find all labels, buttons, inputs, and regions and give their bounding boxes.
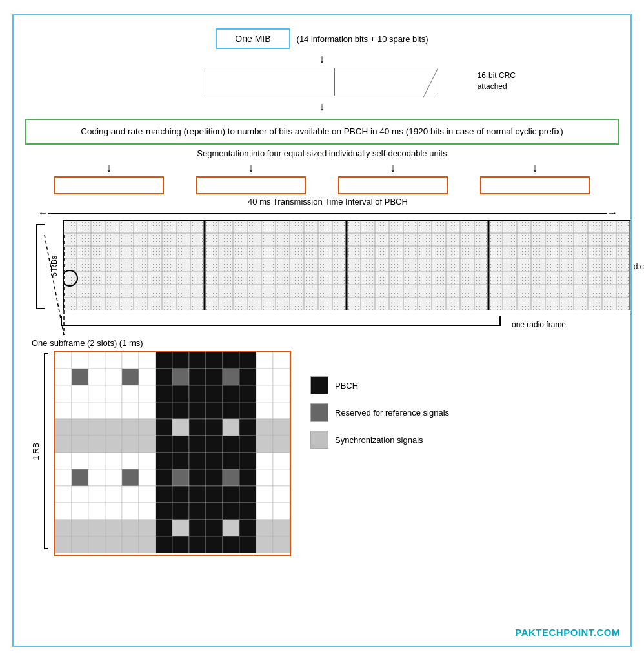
seg-orange-4 bbox=[480, 176, 590, 194]
dc-label: d.c. bbox=[634, 262, 644, 271]
tti-section: 40 ms Transmission Time Interval of PBCH… bbox=[37, 197, 619, 219]
seg-box-4: ↓ bbox=[480, 161, 590, 194]
arrow-mib-crc: ↓ bbox=[25, 53, 619, 65]
seg-orange-2 bbox=[196, 176, 306, 194]
crc-box-left bbox=[206, 68, 335, 96]
legend-item-reference: Reserved for reference signals bbox=[310, 403, 449, 422]
seg-arrow-1: ↓ bbox=[106, 162, 112, 174]
segmentation-text: Segmentation into four equal-sized indiv… bbox=[25, 148, 619, 158]
mib-box: One MIB bbox=[216, 28, 290, 49]
main-grid-wrapper: d.c. bbox=[63, 220, 630, 312]
one-rb-brace-svg bbox=[42, 351, 51, 552]
mib-label: One MIB bbox=[235, 34, 270, 44]
radio-frame-section: one radio frame bbox=[55, 314, 619, 333]
legend: PBCH Reserved for reference signals Sync… bbox=[310, 376, 449, 449]
legend-label-sync: Synchronization signals bbox=[335, 435, 423, 445]
diagram-container: One MIB (14 information bits + 10 spare … bbox=[12, 14, 632, 647]
main-grid-canvas bbox=[63, 220, 630, 310]
six-rbs-label: 6 RBs bbox=[50, 256, 59, 277]
watermark: PAKTECHPOINT.COM bbox=[515, 627, 620, 638]
seg-box-3: ↓ bbox=[338, 161, 448, 194]
tti-label: 40 ms Transmission Time Interval of PBCH bbox=[248, 197, 408, 207]
seg-arrow-3: ↓ bbox=[390, 162, 396, 174]
crc-label: 16-bit CRC attached bbox=[478, 70, 516, 92]
subframe-label: One subframe (2 slots) (1 ms) bbox=[32, 338, 619, 348]
seg-arrow-2: ↓ bbox=[248, 162, 254, 174]
seg-orange-3 bbox=[338, 176, 448, 194]
six-rbs-brace-svg bbox=[32, 221, 50, 312]
main-grid-section: 6 RBs d.c. bbox=[32, 220, 619, 312]
one-rb-brace: 1 RB bbox=[32, 351, 51, 552]
zoom-grid-container bbox=[54, 351, 291, 556]
arrow-crc-coding: ↓ bbox=[25, 101, 619, 112]
tti-arrow-left: ← bbox=[38, 207, 48, 219]
subframe-left: One subframe (2 slots) (1 ms) 1 RB bbox=[25, 338, 619, 556]
legend-box-sync bbox=[310, 431, 328, 449]
crc-box-right bbox=[335, 68, 438, 96]
radio-frame-label: one radio frame bbox=[512, 320, 566, 329]
seg-box-2: ↓ bbox=[196, 161, 306, 194]
mib-info: (14 information bits + 10 spare bits) bbox=[297, 34, 428, 44]
tti-arrow-right: → bbox=[607, 207, 618, 219]
zoom-grid-canvas bbox=[55, 352, 290, 553]
zoom-legend-row: 1 RB PBCH Reser bbox=[32, 351, 619, 556]
coding-text: Coding and rate-matching (repetition) to… bbox=[81, 127, 563, 136]
legend-label-pbch: PBCH bbox=[335, 381, 358, 391]
legend-label-reference: Reserved for reference signals bbox=[335, 408, 449, 418]
radio-frame-brace-svg bbox=[55, 314, 507, 333]
seg-orange-1 bbox=[54, 176, 164, 194]
subframe-section: One subframe (2 slots) (1 ms) 1 RB bbox=[25, 338, 619, 556]
legend-item-pbch: PBCH bbox=[310, 376, 449, 394]
seg-arrow-4: ↓ bbox=[532, 162, 538, 174]
mib-row: One MIB (14 information bits + 10 spare … bbox=[25, 28, 619, 49]
legend-box-pbch bbox=[310, 376, 328, 394]
coding-box: Coding and rate-matching (repetition) to… bbox=[25, 119, 619, 145]
one-rb-label: 1 RB bbox=[32, 443, 41, 460]
legend-item-sync: Synchronization signals bbox=[310, 431, 449, 449]
legend-box-reference bbox=[310, 403, 328, 422]
seg-box-1: ↓ bbox=[54, 161, 164, 194]
seg-boxes-row: ↓ ↓ ↓ ↓ bbox=[25, 161, 619, 194]
